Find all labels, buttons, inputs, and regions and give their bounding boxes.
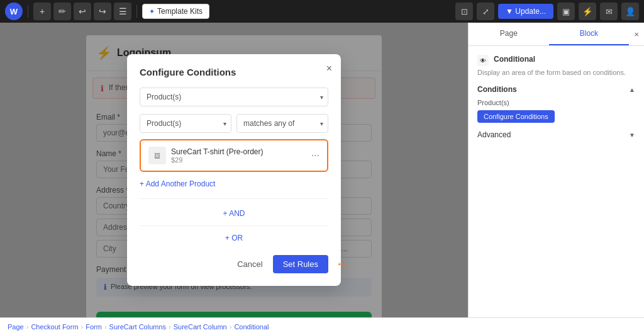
set-rules-button[interactable]: Set Rules xyxy=(273,255,328,273)
and-button[interactable]: + AND xyxy=(140,207,328,220)
breadcrumb-surecart-columns[interactable]: SureCart Columns xyxy=(109,323,166,331)
modal-divider-2 xyxy=(140,225,328,226)
breadcrumb-conditional: Conditional xyxy=(234,323,269,331)
product-item-box: 🖼 SureCart T-shirt (Pre-order) $29 ··· xyxy=(140,139,328,172)
template-icon: ✦ xyxy=(149,8,155,16)
modal-title: Configure Conditions xyxy=(140,67,328,77)
product-item-icon: 🖼 xyxy=(148,147,166,164)
modal-condition-row: Product(s) matches any of xyxy=(140,114,328,133)
sidebar-tabs: Page Block × xyxy=(469,23,644,46)
external-button[interactable]: ⤢ xyxy=(477,3,494,20)
preview-button[interactable]: ⊡ xyxy=(455,3,473,20)
advanced-section: Advanced ▼ xyxy=(477,130,635,139)
modal-condition-type-select[interactable]: Product(s) xyxy=(140,114,231,133)
conditions-group: Conditions ▲ Product(s) Configure Condit… xyxy=(477,85,635,123)
template-kits-label: Template Kits xyxy=(157,7,203,16)
sidebar: Page Block × 👁 Conditional Display an ar… xyxy=(468,23,644,317)
product-item-info: SureCart T-shirt (Pre-order) $29 xyxy=(171,147,306,164)
redo-button[interactable]: ↪ xyxy=(94,3,111,20)
add-button[interactable]: + xyxy=(33,3,51,20)
hamburger-button[interactable]: ☰ xyxy=(114,3,131,20)
breadcrumb-page[interactable]: Page xyxy=(8,323,24,331)
modal: Configure Conditions × Product(s) Produc… xyxy=(127,54,341,286)
modal-close-button[interactable]: × xyxy=(326,63,332,74)
product-label: Product(s) xyxy=(477,99,635,106)
update-button[interactable]: ▼ Update... xyxy=(498,4,553,19)
update-label: ▼ Update... xyxy=(506,7,546,16)
advanced-chevron[interactable]: ▼ xyxy=(629,132,635,139)
conditional-icon: 👁 xyxy=(477,55,489,66)
modal-product-select-group: Product(s) xyxy=(140,88,328,106)
editor-icon-button[interactable]: ▣ xyxy=(557,3,575,20)
undo-button[interactable]: ↩ xyxy=(74,3,91,20)
cancel-button[interactable]: Cancel xyxy=(232,257,267,271)
or-button[interactable]: + OR xyxy=(140,231,328,245)
conditions-chevron[interactable]: ▲ xyxy=(629,86,635,93)
edit-button[interactable]: ✏ xyxy=(53,3,71,20)
product-item-menu-button[interactable]: ··· xyxy=(311,150,319,161)
conditional-desc: Display an area of the form based on con… xyxy=(477,69,635,76)
breadcrumb-form[interactable]: Form xyxy=(86,323,102,331)
sidebar-close-button[interactable]: × xyxy=(629,23,644,45)
breadcrumb: Page › Checkout Form › Form › SureCart C… xyxy=(0,317,644,335)
conditional-title: Conditional xyxy=(494,55,535,64)
arrow-indicator: ← xyxy=(336,258,347,271)
modal-divider-1 xyxy=(140,198,328,199)
configure-conditions-button[interactable]: Configure Conditions xyxy=(477,110,555,123)
mail-button[interactable]: ✉ xyxy=(600,3,618,20)
toolbar-divider-1 xyxy=(28,5,28,18)
modal-matches-select[interactable]: matches any of xyxy=(236,114,328,133)
tab-page[interactable]: Page xyxy=(469,23,549,45)
lightning-button[interactable]: ⚡ xyxy=(579,3,596,20)
modal-footer: Cancel Set Rules ← xyxy=(140,255,328,273)
breadcrumb-checkout-form[interactable]: Checkout Form xyxy=(31,323,78,331)
toolbar-divider-2 xyxy=(136,5,137,18)
modal-overlay[interactable]: Configure Conditions × Product(s) Produc… xyxy=(0,23,468,317)
toolbar-logo[interactable]: W xyxy=(5,3,23,20)
breadcrumb-surecart-column[interactable]: SureCart Column xyxy=(174,323,227,331)
user-button[interactable]: 👤 xyxy=(621,3,639,20)
conditional-section: 👁 Conditional Display an area of the for… xyxy=(477,55,635,76)
template-kits-button[interactable]: ✦ Template Kits xyxy=(142,4,209,19)
product-item-price: $29 xyxy=(171,156,306,164)
conditions-label: Conditions xyxy=(477,85,517,94)
product-item-name: SureCart T-shirt (Pre-order) xyxy=(171,147,306,156)
add-product-button[interactable]: + Add Another Product xyxy=(140,177,215,191)
toolbar: W + ✏ ↩ ↪ ☰ ✦ Template Kits ⊡ ⤢ ▼ Update… xyxy=(0,0,644,23)
tab-block[interactable]: Block xyxy=(549,23,630,45)
modal-products-dropdown[interactable]: Product(s) xyxy=(140,88,328,106)
advanced-label: Advanced xyxy=(477,130,511,139)
